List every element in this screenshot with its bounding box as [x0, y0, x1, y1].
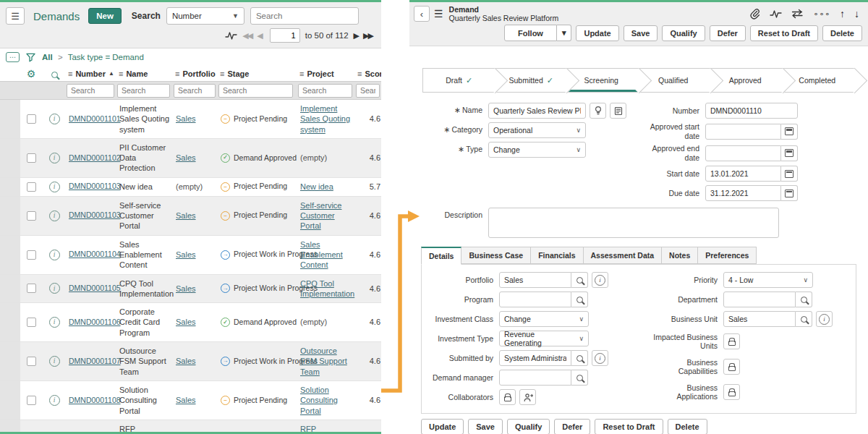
reference-info-button[interactable]: i: [592, 272, 608, 288]
template-tag-button[interactable]: [610, 103, 626, 119]
column-menu-icon[interactable]: ≡: [357, 69, 362, 78]
record-preview-icon[interactable]: i: [49, 114, 60, 124]
demand-number-link[interactable]: DMND0001106: [67, 314, 117, 331]
column-header[interactable]: ≡ Stage: [218, 67, 298, 80]
demand-number-link[interactable]: DMND0001108: [67, 392, 117, 409]
reference-info-button[interactable]: i: [592, 350, 608, 366]
form-tab[interactable]: Preferences: [698, 247, 757, 264]
calendar-picker-button[interactable]: [781, 185, 798, 201]
column-menu-icon[interactable]: ≡: [119, 69, 123, 78]
footer-action-button[interactable]: Update: [421, 419, 464, 434]
header-action-button[interactable]: Qualify: [662, 25, 705, 41]
calendar-picker-button[interactable]: [781, 166, 798, 182]
follow-dropdown-button[interactable]: ▾: [557, 25, 572, 41]
row-checkbox[interactable]: [27, 114, 36, 124]
project-link[interactable]: (empty): [298, 313, 356, 331]
due-date-field[interactable]: [705, 185, 781, 201]
reference-lookup-button[interactable]: [571, 292, 588, 307]
footer-action-button[interactable]: Defer: [554, 419, 590, 434]
column-header[interactable]: ≡ Number ▲: [67, 67, 117, 80]
column-header[interactable]: ≡ Portfolio: [174, 67, 218, 80]
column-header[interactable]: ≡ Name: [117, 67, 174, 80]
portfolio-link[interactable]: Sales: [174, 149, 218, 166]
row-checkbox[interactable]: [27, 357, 36, 366]
number-field[interactable]: [705, 103, 798, 119]
add-collaborator-button[interactable]: [519, 389, 536, 405]
record-preview-icon[interactable]: i: [49, 356, 60, 367]
filter-funnel-icon[interactable]: [26, 53, 35, 62]
suggestion-lightbulb-button[interactable]: [590, 103, 606, 119]
row-checkbox[interactable]: [27, 211, 36, 221]
portfolio-link[interactable]: Sales: [174, 246, 218, 263]
activity-stream-icon[interactable]: [225, 30, 237, 41]
prev-page-button[interactable]: ◀: [257, 31, 261, 41]
submitted-by-field[interactable]: [499, 350, 571, 366]
previous-record-icon[interactable]: ↑: [840, 9, 845, 19]
reference-lookup-button[interactable]: [796, 292, 812, 307]
business-capabilities-lock-button[interactable]: [723, 359, 740, 375]
portfolio-link[interactable]: Sales: [174, 207, 218, 224]
demand-number-link[interactable]: DMND0001103: [67, 178, 117, 195]
reference-lookup-button[interactable]: [796, 311, 812, 327]
list-context-menu-button[interactable]: ☰: [6, 7, 25, 25]
calendar-picker-button[interactable]: [781, 124, 798, 140]
record-preview-icon[interactable]: i: [49, 182, 60, 192]
column-menu-icon[interactable]: ≡: [68, 69, 72, 78]
project-link[interactable]: Solution Consulting Portal: [298, 381, 356, 420]
portfolio-link[interactable]: Sales: [174, 430, 218, 434]
column-menu-icon[interactable]: ≡: [220, 69, 224, 78]
header-action-button[interactable]: Delete: [822, 25, 862, 41]
column-menu-icon[interactable]: ≡: [175, 69, 179, 78]
last-page-button[interactable]: ▶▶: [363, 31, 373, 41]
form-tab[interactable]: Financials: [531, 247, 583, 264]
new-record-button[interactable]: New: [88, 8, 122, 24]
project-link[interactable]: Sales Enablement Content: [298, 236, 356, 274]
footer-action-button[interactable]: Delete: [668, 419, 707, 434]
row-checkbox[interactable]: [27, 396, 36, 405]
start-date-field[interactable]: [705, 166, 781, 182]
portfolio-link[interactable]: Sales: [174, 352, 218, 370]
form-context-menu-icon[interactable]: ☰: [434, 8, 443, 20]
record-preview-icon[interactable]: i: [49, 395, 60, 406]
column-search-toggle-icon[interactable]: [51, 72, 58, 78]
record-preview-icon[interactable]: i: [49, 250, 60, 260]
record-preview-icon[interactable]: i: [49, 153, 60, 163]
form-tab[interactable]: Details: [421, 247, 461, 265]
record-preview-icon[interactable]: i: [49, 317, 60, 328]
demand-number-link[interactable]: DMND0001107: [67, 353, 117, 370]
list-personalize-gear-icon[interactable]: ⚙: [27, 68, 36, 80]
row-checkbox[interactable]: [27, 182, 36, 192]
project-link[interactable]: CPQ Tool Implementation: [298, 275, 356, 303]
attachment-paperclip-icon[interactable]: [749, 8, 760, 20]
collaborators-lock-button[interactable]: [499, 389, 516, 405]
project-link[interactable]: (empty): [298, 149, 356, 166]
footer-action-button[interactable]: Qualify: [507, 419, 550, 434]
breadcrumb-all[interactable]: All: [42, 53, 53, 61]
column-search-input[interactable]: [218, 84, 293, 98]
investment-class-select[interactable]: Change ∨: [499, 311, 589, 327]
stage-step[interactable]: Draft ✓: [422, 68, 495, 93]
portfolio-link[interactable]: Sales: [174, 391, 218, 409]
first-page-button[interactable]: ◀◀: [242, 31, 252, 41]
record-preview-icon[interactable]: i: [49, 283, 60, 294]
page-number-input[interactable]: [270, 28, 300, 43]
calendar-picker-button[interactable]: [781, 145, 798, 161]
form-tab[interactable]: Business Case: [461, 247, 531, 264]
footer-action-button[interactable]: Save: [468, 419, 503, 434]
column-header[interactable]: ≡ Project: [298, 67, 356, 80]
search-field-select[interactable]: Number ▼: [166, 7, 244, 25]
more-options-icon[interactable]: ∘∘∘: [813, 10, 830, 18]
portfolio-link[interactable]: Sales: [174, 110, 218, 127]
list-search-input[interactable]: [250, 7, 359, 25]
approved-start-date-field[interactable]: [705, 124, 781, 140]
header-action-button[interactable]: Defer: [710, 25, 746, 41]
row-checkbox[interactable]: [27, 284, 36, 293]
demand-number-link[interactable]: DMND0001101: [67, 111, 117, 128]
description-field[interactable]: [488, 208, 779, 238]
row-checkbox[interactable]: [27, 250, 36, 260]
impacted-business-units-lock-button[interactable]: [723, 333, 740, 349]
demand-number-link[interactable]: DMND0001109: [67, 430, 117, 434]
department-field[interactable]: [723, 292, 796, 307]
demand-number-link[interactable]: DMND0001103: [67, 207, 117, 224]
header-action-button[interactable]: Reset to Draft: [750, 25, 818, 41]
